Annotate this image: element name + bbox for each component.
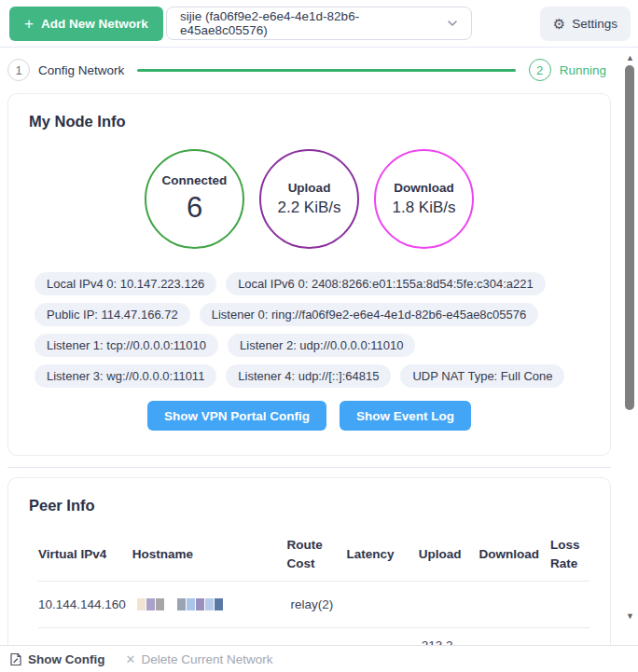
step-indicator: 1 Config Network 2 Running	[7, 56, 606, 84]
col-hostname: Hostname	[132, 542, 287, 566]
step2-number: 2	[536, 63, 543, 77]
show-config-label: Show Config	[28, 652, 104, 666]
connected-stat-circle: Connected 6	[145, 149, 244, 249]
close-icon: ✕	[125, 652, 135, 666]
col-route-cost: Route Cost	[287, 536, 347, 573]
peer-table-header: Virtual IPv4 Hostname Route Cost Latency…	[38, 528, 589, 582]
step1-label: Config Network	[38, 63, 124, 77]
node-detail-chips: Local IPv4 0: 10.147.223.126 Local IPv6 …	[35, 272, 584, 388]
show-config-button[interactable]: Show Config	[9, 652, 104, 666]
chip-local-ipv6: Local IPv6 0: 2408:8266:e01:155a:8d54:5f…	[226, 272, 546, 295]
top-bar: + Add New Network sijie (fa06f9e2-e6e4-4…	[0, 0, 638, 48]
main-scroll-area: 1 Config Network 2 Running My Node Info …	[0, 48, 616, 645]
add-new-network-button[interactable]: + Add New Network	[9, 7, 163, 41]
peer-row-1[interactable]: 10.144.144.160 relay(2)	[38, 582, 589, 628]
chip-public-ip: Public IP: 114.47.166.72	[35, 303, 190, 326]
network-select-value: sijie (fa06f9e2-e6e4-4e1d-82b6-e45ae8c05…	[180, 9, 437, 37]
step2-label: Running	[560, 63, 606, 77]
chip-local-ipv4: Local IPv4 0: 10.147.223.126	[35, 272, 216, 295]
chip-listener-4: Listener 4: udp://[::]:64815	[226, 364, 391, 388]
chip-listener-0: Listener 0: ring://fa06f9e2-e6e4-4e1d-82…	[200, 303, 539, 326]
download-value: 1.8 KiB/s	[392, 199, 455, 217]
plus-icon: +	[24, 16, 34, 32]
peer2-upload: 213.2 KiB	[422, 637, 481, 646]
footer-bar: Show Config ✕ Delete Current Network	[0, 645, 638, 672]
peer-info-title: Peer Info	[29, 497, 589, 514]
delete-network-label: Delete Current Network	[141, 652, 272, 666]
step1-number: 1	[15, 63, 21, 77]
peer1-route-cost: relay(2)	[291, 597, 351, 611]
col-upload: Upload	[419, 542, 479, 566]
config-file-icon	[9, 652, 22, 666]
upload-label: Upload	[288, 181, 331, 195]
peer1-virtual-ipv4: 10.144.144.160	[38, 597, 137, 611]
peer-row-2[interactable]: 10.144.144.55 iZbp1e26yt6uz7cn5opiy2Z p2…	[38, 628, 589, 645]
delete-current-network-button[interactable]: ✕ Delete Current Network	[125, 652, 272, 666]
show-vpn-portal-config-button[interactable]: Show VPN Portal Config	[147, 401, 326, 431]
col-download: Download	[479, 542, 551, 566]
add-new-network-label: Add New Network	[41, 17, 148, 31]
chip-listener-1: Listener 1: tcp://0.0.0.0:11010	[35, 334, 218, 357]
upload-value: 2.2 KiB/s	[277, 199, 340, 217]
my-node-info-card: My Node Info Connected 6 Upload 2.2 KiB/…	[7, 93, 611, 456]
step-connector-line	[137, 69, 515, 72]
col-latency: Latency	[347, 542, 419, 566]
gear-icon: ⚙	[553, 17, 565, 31]
peer-info-card: Peer Info Virtual IPv4 Hostname Route Co…	[7, 477, 611, 645]
scrollbar-down-arrow[interactable]: ▼	[623, 611, 637, 621]
peer-table: Virtual IPv4 Hostname Route Cost Latency…	[38, 528, 589, 645]
node-stats-row: Connected 6 Upload 2.2 KiB/s Download 1.…	[29, 149, 589, 249]
settings-label: Settings	[572, 17, 617, 31]
connected-label: Connected	[162, 173, 228, 187]
peer1-hostname-censored	[137, 598, 291, 610]
vertical-scrollbar[interactable]: ▲ ▼	[623, 48, 637, 645]
cards-divider	[7, 467, 611, 468]
step2-circle[interactable]: 2	[529, 59, 551, 81]
scrollbar-up-arrow[interactable]: ▲	[623, 53, 637, 62]
col-virtual-ipv4: Virtual IPv4	[38, 542, 132, 566]
connected-value: 6	[187, 191, 202, 225]
step1-circle[interactable]: 1	[7, 59, 30, 81]
chip-listener-3: Listener 3: wg://0.0.0.0:11011	[35, 364, 216, 388]
download-label: Download	[394, 181, 454, 195]
upload-stat-circle: Upload 2.2 KiB/s	[259, 149, 359, 249]
settings-button[interactable]: ⚙ Settings	[540, 7, 631, 41]
chevron-down-icon	[447, 18, 458, 29]
download-stat-circle: Download 1.8 KiB/s	[374, 149, 474, 249]
show-event-log-button[interactable]: Show Event Log	[340, 401, 471, 431]
network-select[interactable]: sijie (fa06f9e2-e6e4-4e1d-82b6-e45ae8c05…	[166, 7, 472, 40]
node-buttons-row: Show VPN Portal Config Show Event Log	[29, 401, 589, 431]
node-info-title: My Node Info	[29, 113, 589, 130]
chip-listener-2: Listener 2: udp://0.0.0.0:11010	[228, 334, 415, 357]
scrollbar-thumb[interactable]	[625, 65, 634, 410]
censored-hostname-mosaic	[137, 598, 280, 610]
col-loss-rate: Loss Rate	[550, 536, 589, 573]
chip-udp-nat-type: UDP NAT Type: Full Cone	[400, 364, 564, 388]
